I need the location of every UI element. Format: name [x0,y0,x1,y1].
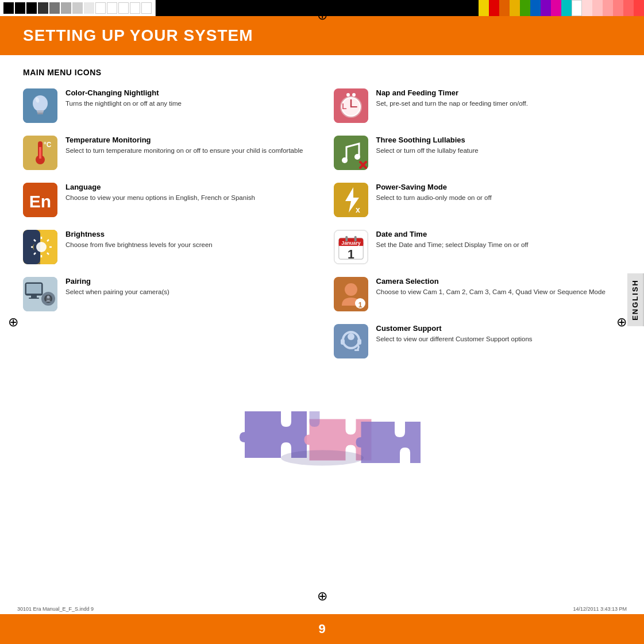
support-desc: Select to view our different Customer Su… [376,334,533,344]
nightlight-icon [23,88,57,123]
camera-title: Camera Selection [376,277,606,286]
registration-mark: ⊕ [317,8,327,23]
color-swatch [61,2,71,14]
color-swatch [49,2,60,14]
svg-rect-64 [357,339,361,345]
menu-item-pairing: Pairing Select when pairing your camera(… [23,277,311,311]
svg-text:January: January [341,240,360,246]
brightness-icon [23,230,57,264]
footer-text-left: 30101 Era Manual_E_F_S.indd 9 [17,606,94,612]
lullaby-title: Three Soothing Lullabies [376,136,479,144]
language-tab: ENGLISH [627,273,644,326]
color-swatch [72,2,83,14]
svg-text:En: En [29,192,51,211]
color-swatch [95,2,106,14]
svg-point-43 [354,154,360,160]
powersave-text: Power-Saving Mode Select to turn audio-o… [376,183,492,202]
temperature-desc: Select to turn temperature monitoring on… [65,146,303,155]
page-title: SETTING UP YOUR SYSTEM [23,26,621,45]
nightlight-title: Color-Changing Nightlight [65,88,182,97]
color-swatch [510,0,520,16]
svg-text:L: L [342,102,347,111]
svg-rect-3 [37,113,43,114]
svg-point-66 [348,333,354,340]
svg-point-58 [345,283,357,296]
camera-desc: Choose to view Cam 1, Cam 2, Cam 3, Cam … [376,287,606,296]
pairing-title: Pairing [65,277,169,286]
registration-mark-right: ⊕ [616,315,627,330]
color-swatch [107,2,117,14]
brightness-desc: Choose from five brightness levels for y… [65,240,213,249]
left-column: MAIN MENU ICONS Color-Changing Nigh [23,68,322,371]
svg-point-15 [36,242,47,252]
svg-rect-8 [39,147,41,159]
menu-item-lullaby: Three Soothing Lullabies Select or turn … [334,136,622,170]
color-swatch [530,0,541,16]
color-swatch [561,0,572,16]
powersave-icon: x [334,183,368,217]
color-swatch [551,0,561,16]
footer-text-right: 14/12/2011 3:43:13 PM [573,606,627,612]
svg-rect-39 [352,93,356,97]
menu-item-powersave: x Power-Saving Mode Select to turn audio… [334,183,622,217]
nap-desc: Set, pre-set and turn the nap or feeding… [376,99,528,108]
color-swatch [130,2,140,14]
powersave-title: Power-Saving Mode [376,183,492,191]
language-title: Language [65,183,255,191]
right-column: L Nap and Feeding Timer Set, pre-set and… [322,68,622,371]
nightlight-desc: Turns the nightlight on or off at any ti… [65,99,182,108]
color-swatch [623,0,634,16]
svg-point-67 [281,450,364,466]
svg-point-42 [342,157,348,163]
menu-item-support: Customer Support Select to view our diff… [334,324,622,358]
brightness-text: Brightness Choose from five brightness l… [65,230,213,249]
color-swatch [84,2,94,14]
nap-text: Nap and Feeding Timer Set, pre-set and t… [376,88,528,108]
datetime-text: Date and Time Set the Date and Time; sel… [376,230,529,249]
page-number: 9 [318,622,325,637]
camera-text: Camera Selection Choose to view Cam 1, C… [376,277,606,296]
svg-rect-2 [37,110,44,113]
svg-rect-65 [354,349,359,351]
svg-rect-63 [341,339,345,345]
svg-text:1: 1 [348,248,354,261]
menu-item-nightlight: Color-Changing Nightlight Turns the nigh… [23,88,311,123]
color-swatch [118,2,129,14]
temperature-text: Temperature Monitoring Select to turn te… [65,136,303,155]
svg-rect-27 [31,295,37,298]
nap-title: Nap and Feeding Timer [376,88,528,97]
color-swatch [499,0,510,16]
color-swatch [634,0,644,16]
svg-rect-54 [345,236,348,242]
color-swatch [603,0,613,16]
datetime-icon: January 1 [334,230,368,264]
camera-icon: 1 [334,277,368,311]
pairing-desc: Select when pairing your camera(s) [65,287,169,296]
color-swatch [572,0,582,16]
color-swatch [520,0,530,16]
temperature-title: Temperature Monitoring [65,136,303,144]
color-swatch [15,2,25,14]
svg-rect-61 [334,324,368,358]
lullaby-text: Three Soothing Lullabies Select or turn … [376,136,479,155]
puzzle-illustration [0,375,644,489]
section-title: MAIN MENU ICONS [23,68,311,77]
color-swatch [38,2,48,14]
menu-item-temperature: °C Temperature Monitoring Select to turn… [23,136,311,170]
menu-item-language: En Language Choose to view your menu opt… [23,183,311,217]
registration-mark-bottom: ⊕ [317,589,327,604]
nap-icon: L [334,88,368,123]
pairing-icon [23,277,57,311]
color-swatch [26,2,37,14]
svg-rect-38 [346,93,350,97]
svg-point-32 [47,296,50,299]
menu-item-nap: L Nap and Feeding Timer Set, pre-set and… [334,88,622,123]
datetime-desc: Set the Date and Time; select Display Ti… [376,240,529,249]
menu-item-camera: 1 Camera Selection Choose to view Cam 1,… [334,277,622,311]
support-text: Customer Support Select to view our diff… [376,324,533,344]
language-text: Language Choose to view your menu option… [65,183,255,202]
svg-rect-26 [26,284,41,294]
language-desc: Choose to view your menu options in Engl… [65,193,255,202]
svg-rect-28 [29,298,39,299]
bottom-bar: 9 [0,614,644,644]
